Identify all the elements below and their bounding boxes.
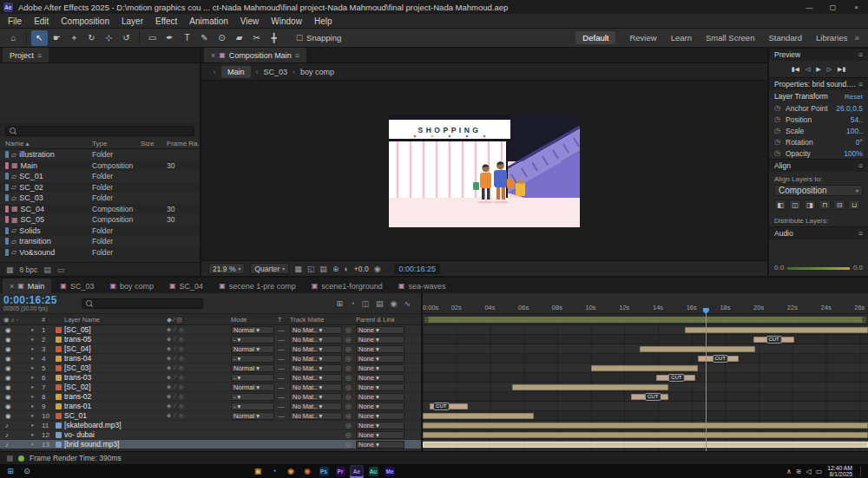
layer-row[interactable]: ◉ ▸ 7 [SC_02] ◆⁄◎ Normal ▾ — No Mat.. ▾ …: [0, 383, 421, 392]
project-column-header[interactable]: Type: [92, 140, 141, 147]
layer-row[interactable]: ◉ ▸ 6 trans-03 ◆⁄◎ - ▾ — No Mat.. ▾ ◎ No…: [0, 373, 421, 383]
project-item-row[interactable]: ▱ SC_02 Folder: [0, 182, 200, 193]
playhead[interactable]: [706, 308, 707, 451]
layer-label-chip[interactable]: [56, 442, 62, 448]
photoshop[interactable]: Ps: [317, 465, 331, 478]
layer-av-toggles[interactable]: ♪: [3, 422, 31, 429]
properties-panel-header[interactable]: Properties: brid sound.mp.. ≡: [769, 77, 868, 90]
timeline-track-area[interactable]: 0:00s02s04s06s08s10s12s14s16s18s20s22s24…: [423, 293, 868, 451]
layer-duration-bar[interactable]: [423, 442, 868, 448]
timeline-ruler[interactable]: 0:00s02s04s06s08s10s12s14s16s18s20s22s24…: [423, 293, 868, 314]
layer-name-column-header[interactable]: Layer Name: [64, 316, 167, 324]
timeline-search-box[interactable]: [82, 298, 203, 309]
layer-switches[interactable]: ◆⁄◎: [167, 393, 231, 400]
draft-3d-icon[interactable]: ◔: [350, 299, 354, 308]
zoom-tool[interactable]: ⌖: [66, 30, 82, 46]
layer-av-toggles[interactable]: ◉: [3, 403, 31, 410]
work-area-bar[interactable]: [424, 317, 866, 323]
layer-switches[interactable]: ◆⁄◎: [167, 345, 231, 352]
menu-item[interactable]: Window: [265, 16, 308, 26]
file-explorer[interactable]: ▣: [251, 465, 265, 478]
project-item-row[interactable]: ▦ SC_04 Composition 30: [0, 204, 200, 215]
layer-t-toggle[interactable]: —: [278, 345, 290, 353]
roto-brush-tool[interactable]: ✂: [248, 30, 265, 46]
layer-switches[interactable]: ◆⁄◎: [167, 383, 231, 390]
layer-name[interactable]: [SC_05]: [64, 325, 167, 334]
layer-duration-bar[interactable]: [423, 422, 868, 429]
menu-item[interactable]: Animation: [183, 16, 233, 26]
layer-av-toggles[interactable]: ◉: [3, 364, 31, 372]
layer-row[interactable]: ◉ ▸ 2 trans-05 ◆⁄◎ - ▾ — No Mat.. ▾ ◎ No…: [0, 335, 421, 344]
layer-name[interactable]: trans-02: [64, 392, 167, 401]
layer-duration-bar[interactable]: [640, 346, 756, 352]
layer-pickwhip-icon[interactable]: ◎: [345, 336, 356, 344]
project-item-row[interactable]: ▦ Main Composition 30: [0, 160, 200, 172]
menu-item[interactable]: Composition: [55, 16, 115, 26]
composition-viewport[interactable]: SHOPPING: [201, 81, 767, 260]
go-to-end-button[interactable]: ▶▮: [838, 66, 845, 73]
layer-track-matte-select[interactable]: No Mat.. ▾: [290, 355, 342, 363]
layer-label-chip[interactable]: [56, 432, 62, 438]
layer-t-toggle[interactable]: —: [278, 412, 290, 420]
layer-row[interactable]: ♪ ▸ 12 vo- dubai ◎ None ▾: [0, 430, 421, 440]
layer-av-toggles[interactable]: ◉: [3, 336, 31, 344]
layer-pickwhip-icon[interactable]: ◎: [345, 441, 356, 449]
transparency-grid-icon[interactable]: ▤: [319, 265, 327, 273]
layer-pickwhip-icon[interactable]: ◎: [345, 403, 356, 410]
layer-row[interactable]: ◉ ▸ 3 [SC_04] ◆⁄◎ Normal ▾ — No Mat.. ▾ …: [0, 344, 421, 354]
snapping-checkbox-icon[interactable]: ☐: [296, 34, 303, 43]
timeline-tab[interactable]: ▣ scene1-forground: [305, 278, 390, 293]
project-tab[interactable]: Project ≡: [3, 48, 49, 62]
layer-name[interactable]: [brid sound.mp3]: [64, 440, 167, 449]
layer-switches[interactable]: ◆⁄◎: [167, 374, 231, 381]
layer-parent-select[interactable]: None ▾: [356, 441, 404, 449]
layer-label-chip[interactable]: [56, 394, 62, 400]
workspace-tab[interactable]: Libraries: [816, 33, 847, 43]
layer-label-chip[interactable]: [56, 346, 62, 352]
layer-duration-bar[interactable]: [423, 432, 868, 438]
track-row[interactable]: [423, 344, 868, 354]
panel-menu-icon[interactable]: ≡: [858, 161, 863, 170]
track-row[interactable]: CUT: [423, 392, 868, 402]
layer-label-chip[interactable]: [56, 375, 62, 381]
layer-t-toggle[interactable]: —: [278, 383, 290, 391]
start-button[interactable]: ⊞: [3, 465, 17, 478]
layer-twirl-icon[interactable]: ▸: [31, 422, 42, 429]
layer-switches[interactable]: ◆⁄◎: [167, 364, 231, 371]
next-frame-button[interactable]: ▷: [827, 66, 832, 73]
track-row[interactable]: [423, 363, 868, 373]
layer-track-matte-select[interactable]: No Mat.. ▾: [290, 326, 342, 334]
panel-menu-icon[interactable]: ≡: [858, 50, 863, 59]
menu-item[interactable]: Effect: [149, 16, 183, 26]
layer-mode-select[interactable]: Normal ▾: [231, 412, 274, 420]
cut-marker[interactable]: CUT: [433, 403, 449, 410]
layer-track-matte-select[interactable]: No Mat.. ▾: [290, 393, 342, 401]
layer-mode-select[interactable]: Normal ▾: [231, 364, 274, 372]
pen-tool[interactable]: ✒: [161, 30, 178, 46]
battery-icon[interactable]: ▭: [816, 468, 823, 475]
home-tool[interactable]: ⌂: [5, 30, 22, 46]
current-time-display[interactable]: 0:00:16:25: [3, 295, 76, 305]
layer-name[interactable]: trans-05: [64, 335, 167, 344]
layer-av-toggles[interactable]: ◉: [3, 383, 31, 391]
layer-name[interactable]: SC_01: [64, 411, 167, 420]
layer-parent-select[interactable]: None ▾: [356, 374, 404, 382]
layer-parent-select[interactable]: None ▾: [356, 345, 404, 353]
layer-name[interactable]: trans-04: [64, 354, 167, 363]
menu-item[interactable]: Layer: [115, 16, 149, 26]
layer-duration-bar[interactable]: [685, 327, 868, 333]
layer-name[interactable]: [SC_02]: [64, 383, 167, 391]
project-item-row[interactable]: ▱ transition Folder: [0, 236, 200, 247]
layer-pickwhip-icon[interactable]: ◎: [345, 345, 356, 353]
project-item-row[interactable]: ▱ SC_01 Folder: [0, 171, 200, 182]
project-item-row[interactable]: ▱ Solids Folder: [0, 226, 200, 237]
layer-track-matte-select[interactable]: No Mat.. ▾: [290, 383, 342, 391]
property-value[interactable]: 0°: [856, 138, 863, 147]
maximize-button[interactable]: ▢: [821, 0, 845, 14]
go-to-start-button[interactable]: ▮◀: [792, 66, 799, 73]
reset-button[interactable]: Reset: [845, 93, 863, 101]
hidden-icons-chevron[interactable]: ∧: [786, 468, 792, 475]
track-row[interactable]: CUT: [423, 373, 868, 383]
layer-parent-select[interactable]: None ▾: [356, 422, 404, 429]
play-button[interactable]: ▶: [816, 66, 820, 73]
